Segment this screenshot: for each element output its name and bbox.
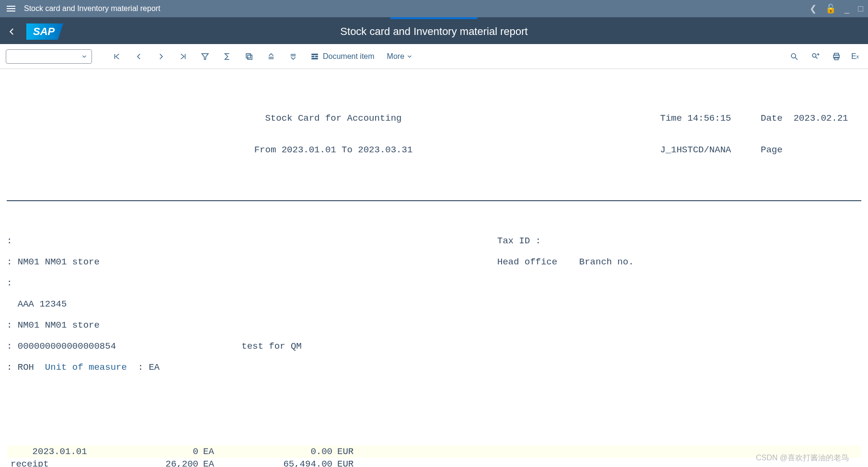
sort-asc-icon[interactable] <box>262 48 281 65</box>
report-daterange: From 2023.01.01 To 2023.03.31 <box>7 145 660 155</box>
toolbar: Document item More Ex <box>0 44 868 69</box>
date-label: Date <box>761 113 783 124</box>
summary-row: receipt26,200EA65,494.00EUR <box>7 458 861 467</box>
window-title: Stock card and Inventory material report <box>24 4 160 13</box>
svg-rect-3 <box>248 55 252 59</box>
print-icon[interactable] <box>827 48 846 65</box>
svg-rect-12 <box>311 58 318 59</box>
info-line: : <box>7 278 497 288</box>
menu-icon[interactable] <box>5 4 17 13</box>
filter-icon[interactable] <box>195 48 215 65</box>
svg-rect-4 <box>246 54 251 58</box>
window-titlebar: Stock card and Inventory material report… <box>0 0 868 17</box>
document-item-label: Document item <box>323 52 375 61</box>
prev-icon[interactable]: ❮ <box>810 3 817 14</box>
more-button[interactable]: More <box>382 52 418 61</box>
info-line: : <box>7 236 497 246</box>
page-label: Page <box>761 145 861 155</box>
date-value: 2023.02.21 <box>793 113 848 124</box>
tax-id: Tax ID : <box>497 236 861 246</box>
info-line: AAA 12345 <box>7 299 497 309</box>
uom-value: : EA <box>127 362 160 373</box>
branch-no: Branch no. <box>579 257 634 267</box>
svg-rect-11 <box>315 56 318 57</box>
maximize-icon[interactable]: □ <box>858 4 863 14</box>
copy-icon[interactable] <box>240 48 259 65</box>
info-line: : NM01 NM01 store <box>7 257 497 267</box>
layout-dropdown[interactable] <box>6 49 92 64</box>
back-button[interactable] <box>0 19 24 44</box>
exit-icon[interactable]: Ex <box>848 48 862 65</box>
search-icon[interactable] <box>785 48 804 65</box>
svg-line-16 <box>816 57 818 58</box>
document-item-button[interactable]: Document item <box>306 52 379 61</box>
head-office: Head office <box>497 257 557 267</box>
info-line: : NM01 NM01 store <box>7 320 497 330</box>
svg-point-15 <box>812 54 816 57</box>
sum-icon[interactable] <box>217 48 237 65</box>
svg-point-13 <box>791 54 796 58</box>
svg-line-14 <box>795 57 798 60</box>
app-header: SAP Stock card and Inventory material re… <box>0 17 868 44</box>
unlock-icon[interactable]: 🔓 <box>825 3 836 14</box>
svg-rect-10 <box>311 56 314 57</box>
material-number: : 000000000000000854 <box>7 341 116 352</box>
page-title: Stock card and Inventory material report <box>0 25 868 38</box>
time-label: Time <box>660 113 682 124</box>
sort-desc-icon[interactable] <box>284 48 303 65</box>
summary-row: 2023.01.010EA0.00EUR <box>7 445 861 458</box>
svg-rect-9 <box>311 54 318 55</box>
next-page-icon[interactable] <box>151 48 171 65</box>
watermark: CSDN @喜欢打酱油的老鸟 <box>756 453 849 463</box>
program-name: J_1HSTCD/NANA <box>660 145 761 155</box>
sap-logo: SAP <box>26 23 63 40</box>
material-type: : ROH <box>7 362 45 373</box>
report-title: Stock Card for Accounting <box>7 113 660 124</box>
material-desc: test for QM <box>241 341 301 352</box>
last-page-icon[interactable] <box>173 48 193 65</box>
report-body: Stock Card for Accounting From 2023.01.0… <box>0 69 868 467</box>
uom-link[interactable]: Unit of measure <box>45 362 127 373</box>
search-next-icon[interactable] <box>806 48 825 65</box>
more-label: More <box>387 52 404 61</box>
minimize-icon[interactable]: _ <box>845 4 849 14</box>
svg-marker-2 <box>202 54 208 59</box>
prev-page-icon[interactable] <box>129 48 148 65</box>
first-page-icon[interactable] <box>107 48 126 65</box>
time-value: 14:56:15 <box>687 113 731 124</box>
